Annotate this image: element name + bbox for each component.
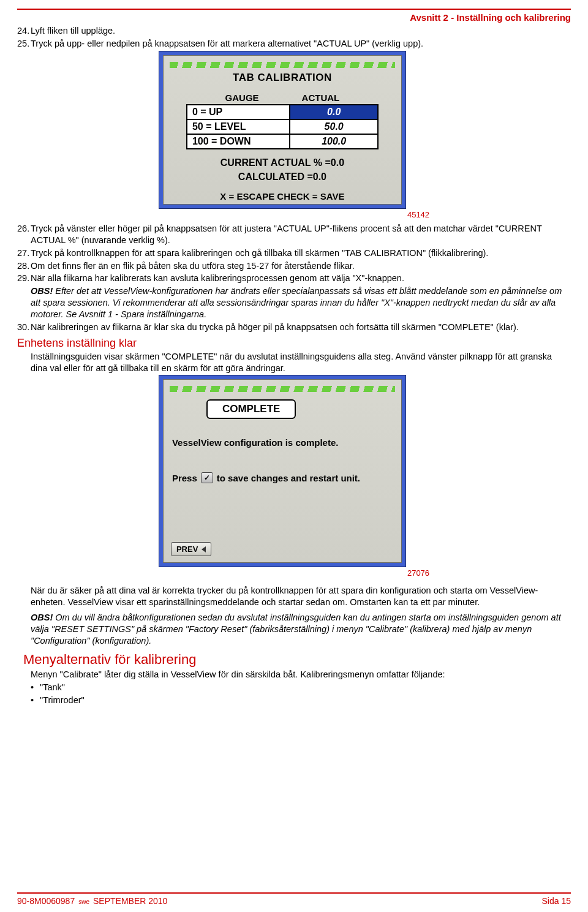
- note-text: Efter det att VesselView-konfigurationen…: [31, 286, 562, 319]
- section-header: Avsnitt 2 - Inställning och kalibrering: [17, 12, 571, 23]
- lcd-press-label: Press: [172, 473, 197, 483]
- steps-list-a: 24.Lyft fliken till uppläge. 25.Tryck på…: [17, 25, 571, 50]
- note-obs: OBS!: [31, 612, 53, 622]
- lcd-footer: X = ESCAPE CHECK = SAVE: [164, 191, 401, 202]
- footer-date: SEPTEMBER 2010: [93, 896, 167, 906]
- para-menyalt: Menyn "Calibrate" låter dig ställa in Ve…: [31, 669, 571, 680]
- footer-docnum: 90-8M0060987: [17, 896, 75, 906]
- note-text: Om du vill ändra båtkonfigurationen seda…: [31, 612, 561, 646]
- step-text: Lyft fliken till uppläge.: [31, 26, 115, 36]
- lcd-grid: 0 = UP0.0 50 = LEVEL50.0 100 = DOWN100.0: [186, 104, 379, 149]
- para-enhetens: Inställningsguiden visar skärmen "COMPLE…: [31, 351, 571, 374]
- lcd-status-hatch: [170, 62, 395, 68]
- prev-button-label: PREV: [176, 545, 198, 554]
- steps-list-c: 30.När kalibreringen av flikarna är klar…: [17, 322, 571, 333]
- page-footer: 90-8M0060987 swe SEPTEMBER 2010 Sida 15: [17, 892, 571, 906]
- note-obs: OBS!: [31, 286, 53, 296]
- bullet-item: "Tank": [31, 681, 571, 693]
- step-num: 26.: [17, 223, 29, 235]
- row-right: 100.0: [290, 134, 378, 149]
- step-text: Om det finns fler än en flik på båten sk…: [31, 261, 355, 271]
- heading-enhetens: Enhetens inställning klar: [17, 337, 571, 350]
- row-right-selected: 0.0: [290, 105, 378, 119]
- para-after-complete: När du är säker på att dina val är korre…: [31, 585, 571, 608]
- step-num: 25.: [17, 38, 29, 50]
- lcd-screen-complete: COMPLETE VesselView configuration is com…: [159, 375, 406, 567]
- arrow-left-icon: [202, 546, 206, 552]
- step-text: När alla flikarna har kalibrerats kan av…: [31, 273, 404, 283]
- figure-id: 27076: [407, 568, 429, 578]
- lcd-screen-tab-calibration: TAB CALIBRATION GAUGE ACTUAL 0 = UP0.0 5…: [159, 51, 406, 209]
- footer-lang: swe: [78, 899, 89, 905]
- check-icon: ✓: [201, 472, 213, 483]
- step-text: Tryck på kontrollknappen för att spara k…: [31, 248, 488, 258]
- step-text: Tryck på upp- eller nedpilen på knappsat…: [31, 39, 423, 48]
- lcd-press-after: to save changes and restart unit.: [217, 473, 360, 483]
- lcd-calculated: CALCULATED =0.0: [164, 170, 401, 184]
- step-num: 29.: [17, 273, 29, 284]
- row-left: 50 = LEVEL: [187, 119, 290, 134]
- col-gauge: GAUGE: [225, 92, 259, 103]
- step-text: När kalibreringen av flikarna är klar sk…: [31, 322, 519, 332]
- footer-page: Sida 15: [542, 896, 571, 906]
- note-block-2: OBS! Om du vill ändra båtkonfigurationen…: [31, 612, 571, 647]
- row-left: 100 = DOWN: [187, 134, 290, 149]
- lcd-title: TAB CALIBRATION: [164, 72, 401, 84]
- step-num: 24.: [17, 25, 29, 37]
- figure-id: 45142: [407, 210, 429, 219]
- lcd-status-hatch: [170, 386, 395, 392]
- lcd-title-complete: COMPLETE: [206, 399, 296, 419]
- prev-button: PREV: [171, 542, 211, 556]
- bullet-item: "Trimroder": [31, 694, 571, 706]
- bullet-list: "Tank" "Trimroder": [31, 681, 571, 706]
- heading-menyalternativ: Menyalternativ för kalibrering: [23, 652, 571, 668]
- lcd-current-actual: CURRENT ACTUAL % =0.0: [164, 156, 401, 170]
- lcd-press-row: Press ✓ to save changes and restart unit…: [172, 472, 401, 483]
- step-num: 30.: [17, 322, 29, 333]
- row-right: 50.0: [290, 119, 378, 134]
- lcd-body-text: VesselView configuration is complete.: [172, 437, 401, 448]
- step-num: 27.: [17, 247, 29, 259]
- note-block: OBS! Efter det att VesselView-konfigurat…: [31, 285, 571, 320]
- row-left: 0 = UP: [187, 105, 290, 119]
- col-actual: ACTUAL: [302, 92, 340, 103]
- step-num: 28.: [17, 260, 29, 272]
- step-text: Tryck på vänster eller höger pil på knap…: [31, 224, 542, 245]
- steps-list-b: 26.Tryck på vänster eller höger pil på k…: [17, 223, 571, 284]
